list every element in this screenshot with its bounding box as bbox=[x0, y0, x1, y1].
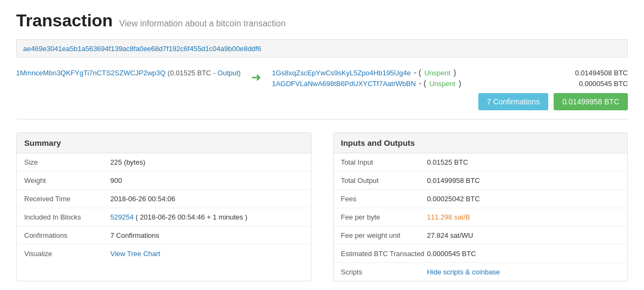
summary-row-visualize: Visualize View Tree Chart bbox=[17, 245, 311, 263]
summary-label-size: Size bbox=[24, 158, 110, 166]
io-value-fees: 0.00025042 BTC bbox=[427, 195, 620, 203]
summary-value-weight: 900 bbox=[110, 176, 303, 185]
tx-output-status-1: Unspent bbox=[424, 69, 450, 77]
tx-output-left-1: 1Gs8xqZscEpYwCs9sKyL5Zpo4Hb195Ug4e - ( U… bbox=[272, 68, 456, 77]
io-label-fee-per-byte: Fee per byte bbox=[341, 213, 427, 221]
tx-close-paren-2: ) bbox=[458, 79, 461, 88]
tx-output-address-1[interactable]: 1Gs8xqZscEpYwCs9sKyL5Zpo4Hb195Ug4e bbox=[272, 69, 411, 77]
summary-label-visualize: Visualize bbox=[24, 250, 110, 258]
tx-separator-1: - ( bbox=[414, 68, 421, 77]
io-label-fee-per-weight: Fee per weight unit bbox=[341, 231, 427, 239]
tx-input-detail: (0.01525 BTC - Output) bbox=[168, 69, 241, 77]
summary-row-received: Received Time 2018-06-26 00:54:06 bbox=[17, 190, 311, 208]
summary-row-confirmations: Confirmations 7 Confirmations bbox=[17, 227, 311, 245]
summary-label-received: Received Time bbox=[24, 195, 110, 203]
tx-output-row-2: 1AGDFVLaNwA698tB6PdUXYCTf7AatrWbBN - ( U… bbox=[272, 79, 628, 88]
inputs-outputs-panel: Inputs and Outputs Total Input 0.01525 B… bbox=[333, 132, 628, 281]
tx-separator-2: - ( bbox=[419, 79, 426, 88]
io-value-scripts: Hide scripts & coinbase bbox=[427, 268, 620, 276]
summary-label-blocks: Included In Blocks bbox=[24, 213, 110, 221]
tx-summary-row: 7 Confirmations 0.01499958 BTC bbox=[272, 93, 628, 110]
page-subtitle: View information about a bitcoin transac… bbox=[119, 19, 286, 29]
tx-flow: 1MmnceMbn3QKFYgTi7nCTS2SZWCJP2wp3Q (0.01… bbox=[16, 68, 628, 119]
summary-panel: Summary Size 225 (bytes) Weight 900 Rece… bbox=[16, 132, 312, 281]
io-row-estimated-btc: Estimated BTC Transacted 0.0000545 BTC bbox=[334, 245, 628, 263]
hide-scripts-link[interactable]: Hide scripts & coinbase bbox=[427, 268, 500, 276]
two-col-layout: Summary Size 225 (bytes) Weight 900 Rece… bbox=[16, 132, 628, 281]
io-value-total-input: 0.01525 BTC bbox=[427, 158, 620, 166]
view-tree-chart-link[interactable]: View Tree Chart bbox=[110, 250, 160, 258]
io-row-total-input: Total Input 0.01525 BTC bbox=[334, 153, 628, 172]
tx-output-address-2[interactable]: 1AGDFVLaNwA698tB6PdUXYCTf7AatrWbBN bbox=[272, 80, 415, 88]
io-row-total-output: Total Output 0.01499958 BTC bbox=[334, 172, 628, 190]
summary-row-blocks: Included In Blocks 529254 ( 2018-06-26 0… bbox=[17, 208, 311, 227]
tx-close-paren-1: ) bbox=[454, 68, 456, 77]
confirmations-button[interactable]: 7 Confirmations bbox=[478, 93, 548, 110]
tx-output-left-2: 1AGDFVLaNwA698tB6PdUXYCTf7AatrWbBN - ( U… bbox=[272, 79, 461, 88]
io-row-scripts: Scripts Hide scripts & coinbase bbox=[334, 263, 628, 281]
tx-hash-bar: ae469e3041ea5b1a563694f139ac8fa0ee68d7f1… bbox=[16, 39, 628, 58]
summary-value-blocks: 529254 ( 2018-06-26 00:54:46 + 1 minutes… bbox=[110, 213, 303, 221]
tx-inputs: 1MmnceMbn3QKFYgTi7nCTS2SZWCJP2wp3Q (0.01… bbox=[16, 68, 240, 77]
summary-value-confirmations: 7 Confirmations bbox=[110, 231, 303, 239]
io-label-fees: Fees bbox=[341, 195, 427, 203]
page-title: Transaction bbox=[16, 11, 113, 31]
io-value-estimated-btc: 0.0000545 BTC bbox=[427, 250, 620, 258]
tx-input-address-link[interactable]: 1MmnceMbn3QKFYgTi7nCTS2SZWCJP2wp3Q bbox=[16, 69, 166, 77]
total-amount-button[interactable]: 0.01499958 BTC bbox=[554, 93, 628, 110]
summary-value-visualize: View Tree Chart bbox=[110, 250, 303, 258]
io-label-scripts: Scripts bbox=[341, 268, 427, 276]
summary-panel-header: Summary bbox=[17, 133, 311, 153]
tx-arrow-icon: ➜ bbox=[251, 70, 261, 84]
block-extra: ( 2018-06-26 00:54:46 + 1 minutes ) bbox=[136, 213, 247, 221]
io-value-total-output: 0.01499958 BTC bbox=[427, 176, 620, 185]
summary-value-received: 2018-06-26 00:54:06 bbox=[110, 195, 303, 203]
inputs-outputs-panel-header: Inputs and Outputs bbox=[334, 133, 628, 153]
io-label-total-output: Total Output bbox=[341, 176, 427, 185]
tx-output-status-2: Unspent bbox=[429, 80, 455, 88]
tx-output-amount-2: 0.0000545 BTC bbox=[563, 80, 628, 88]
io-value-fee-per-weight: 27.824 sat/WU bbox=[427, 231, 620, 239]
tx-input-type-link[interactable]: Output bbox=[217, 69, 238, 77]
io-row-fees: Fees 0.00025042 BTC bbox=[334, 190, 628, 208]
tx-hash-link[interactable]: ae469e3041ea5b1a563694f139ac8fa0ee68d7f1… bbox=[23, 45, 261, 53]
io-row-fee-per-weight: Fee per weight unit 27.824 sat/WU bbox=[334, 227, 628, 245]
tx-output-row-1: 1Gs8xqZscEpYwCs9sKyL5Zpo4Hb195Ug4e - ( U… bbox=[272, 68, 628, 77]
tx-outputs: 1Gs8xqZscEpYwCs9sKyL5Zpo4Hb195Ug4e - ( U… bbox=[272, 68, 628, 110]
io-label-estimated-btc: Estimated BTC Transacted bbox=[341, 250, 427, 258]
summary-row-size: Size 225 (bytes) bbox=[17, 153, 311, 172]
io-value-fee-per-byte: 111.298 sat/B bbox=[427, 213, 470, 221]
block-number-link[interactable]: 529254 bbox=[110, 213, 133, 221]
io-label-total-input: Total Input bbox=[341, 158, 427, 166]
summary-label-confirmations: Confirmations bbox=[24, 231, 110, 239]
io-row-fee-per-byte: Fee per byte 111.298 sat/B bbox=[334, 208, 628, 227]
summary-value-size: 225 (bytes) bbox=[110, 158, 303, 166]
summary-label-weight: Weight bbox=[24, 176, 110, 185]
summary-row-weight: Weight 900 bbox=[17, 172, 311, 190]
tx-output-amount-1: 0.01494508 BTC bbox=[563, 69, 628, 77]
